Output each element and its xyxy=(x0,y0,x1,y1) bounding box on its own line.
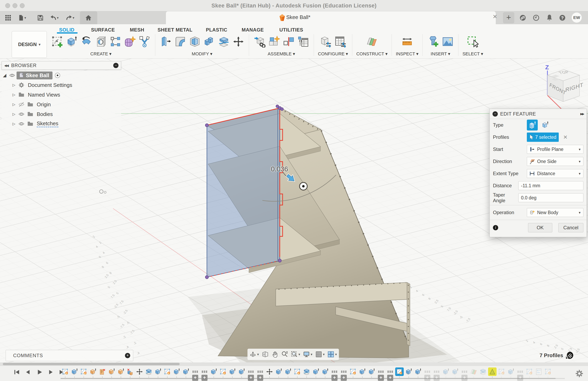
timeline-feature-extrude-11[interactable] xyxy=(154,367,162,381)
orbit-icon[interactable]: ▾ xyxy=(250,351,259,358)
start-select[interactable]: Profile Plane▼ xyxy=(527,145,583,154)
redo-icon[interactable]: ▾ xyxy=(65,13,75,23)
timeline-feature-canvas-tri-47[interactable] xyxy=(488,367,497,381)
fastener-icon[interactable] xyxy=(427,35,440,48)
browser-item-origin[interactable]: ▷Origin xyxy=(2,100,121,109)
timeline-feature-extrude-14[interactable] xyxy=(182,367,190,381)
activate-component-radio[interactable] xyxy=(55,73,60,78)
press-pull-icon[interactable] xyxy=(159,35,172,48)
look-at-icon[interactable] xyxy=(262,351,269,358)
ok-button[interactable]: OK xyxy=(528,223,552,232)
group-expand-badge[interactable]: + xyxy=(332,375,337,381)
add-comment-icon[interactable]: + xyxy=(125,353,130,358)
group-expand-badge[interactable]: + xyxy=(257,375,263,381)
group-expand-badge[interactable]: + xyxy=(517,375,523,381)
insert-link-icon[interactable] xyxy=(253,35,266,48)
display-settings-icon[interactable]: ▾ xyxy=(303,351,313,358)
group-expand-badge[interactable]: + xyxy=(248,375,254,381)
ribbon-tab-surface[interactable]: SURFACE xyxy=(91,27,115,33)
pan-icon[interactable] xyxy=(272,351,278,358)
timeline-feature-extrude-42[interactable] xyxy=(442,367,450,381)
collapse-panel-icon[interactable]: ◀◀ xyxy=(4,64,8,67)
visibility-eye-icon[interactable] xyxy=(17,101,26,108)
timeline-feature-sketch-26[interactable] xyxy=(293,367,302,381)
fillet-icon[interactable] xyxy=(174,35,187,48)
group-expand-badge[interactable]: + xyxy=(434,375,440,381)
expand-triangle-icon[interactable]: ◢ xyxy=(2,73,8,78)
ribbon-tab-utilities[interactable]: UTILITIES xyxy=(279,27,303,33)
timeline-feature-extrude-2[interactable] xyxy=(70,367,79,381)
browser-item-bodies[interactable]: ▷Bodies xyxy=(2,109,121,119)
timeline-feature-extrude-43[interactable] xyxy=(451,367,460,381)
timeline-feature-extrude-28[interactable] xyxy=(312,367,320,381)
zoom-window-icon[interactable]: ▾ xyxy=(291,351,300,358)
taper-angle-input[interactable] xyxy=(518,193,583,202)
extensions-icon[interactable] xyxy=(518,13,527,22)
feedback-icon[interactable] xyxy=(565,351,574,360)
hole-icon[interactable] xyxy=(94,35,107,48)
rotate-handle[interactable] xyxy=(299,182,307,190)
split-body-icon[interactable] xyxy=(217,35,230,48)
timeline-feature-extrude-20[interactable] xyxy=(237,367,246,381)
design-workspace-menu[interactable]: DESIGN▾ xyxy=(12,31,47,58)
selected-profile-face[interactable] xyxy=(207,108,280,277)
help-icon[interactable]: ? xyxy=(558,13,567,22)
group-expand-badge[interactable]: + xyxy=(424,375,430,381)
app-grid-icon[interactable] xyxy=(3,13,13,23)
timeline-feature-extrude-33[interactable] xyxy=(358,367,367,381)
canvas-image-icon[interactable] xyxy=(441,35,454,48)
timeline-feature-move-23[interactable] xyxy=(265,367,274,381)
zoom-icon[interactable] xyxy=(281,351,288,358)
ribbon-tab-manage[interactable]: MANAGE xyxy=(242,27,264,33)
notifications-icon[interactable] xyxy=(545,13,554,22)
timeline-feature-group-35[interactable]: + xyxy=(377,367,385,381)
new-tab-icon[interactable]: + xyxy=(503,12,514,23)
timeline-feature-extrude-o-7[interactable] xyxy=(117,367,125,381)
ribbon-tab-solid[interactable]: SOLID xyxy=(59,27,74,33)
browser-root-row[interactable]: ◢ Skee Ball xyxy=(2,70,121,80)
timeline-feature-extrude-29[interactable] xyxy=(321,367,329,381)
info-icon[interactable]: i xyxy=(493,225,498,230)
timeline-step-forward-icon[interactable] xyxy=(47,369,54,376)
group-expand-badge[interactable]: + xyxy=(201,375,208,381)
ribbon-group-label-inspect[interactable]: INSPECT ▾ xyxy=(396,51,419,57)
timeline-feature-sketch-12[interactable] xyxy=(163,367,171,381)
ribbon-group-label-modify[interactable]: MODIFY ▾ xyxy=(192,51,212,57)
home-view-icon[interactable] xyxy=(84,13,93,23)
timeline-feature-extrude-24[interactable] xyxy=(274,367,283,381)
timeline-feature-split-10[interactable] xyxy=(145,367,153,381)
timeline-feature-sketch-1[interactable] xyxy=(61,367,69,381)
ribbon-group-label-insert[interactable]: INSERT ▾ xyxy=(431,51,450,57)
timeline-feature-group-16[interactable]: + xyxy=(200,367,209,381)
group-expand-badge[interactable]: + xyxy=(341,375,347,381)
timeline-feature-sketch-18[interactable] xyxy=(219,367,227,381)
avatar[interactable]: EW xyxy=(572,13,582,23)
visibility-eye-icon[interactable] xyxy=(17,120,26,127)
group-expand-badge[interactable]: + xyxy=(378,375,384,381)
type-thin-button[interactable] xyxy=(540,120,551,131)
pipe-icon[interactable] xyxy=(138,35,151,48)
timeline-feature-sketch-53[interactable] xyxy=(544,367,552,381)
pattern-icon[interactable] xyxy=(109,35,122,48)
timeline-feature-extrude-39[interactable] xyxy=(414,367,422,381)
ribbon-group-label-assemble[interactable]: ASSEMBLE ▾ xyxy=(268,51,295,57)
cancel-button[interactable]: Cancel xyxy=(558,223,583,232)
collapsed-triangle-icon[interactable]: ▷ xyxy=(11,102,17,107)
timeline-feature-group-40[interactable]: + xyxy=(423,367,432,381)
direction-select[interactable]: One Side▼ xyxy=(527,157,583,166)
timeline-feature-group-15[interactable]: + xyxy=(191,367,199,381)
select-box-icon[interactable] xyxy=(466,35,479,48)
timeline-feature-group-36[interactable]: + xyxy=(386,367,394,381)
timeline-feature-split-27[interactable] xyxy=(302,367,311,381)
operation-select[interactable]: New Body▼ xyxy=(527,208,583,217)
bom-icon[interactable] xyxy=(297,35,310,48)
form-icon[interactable] xyxy=(124,35,136,48)
viewports-icon[interactable]: ▾ xyxy=(327,351,337,358)
timeline-feature-extrude-49[interactable] xyxy=(507,367,515,381)
new-component-icon[interactable] xyxy=(268,35,281,48)
timeline-settings-gear-icon[interactable] xyxy=(575,369,584,378)
timeline-play-icon[interactable] xyxy=(36,369,43,376)
horizontal-scrollbar[interactable] xyxy=(0,362,588,366)
dialog-minimize-icon[interactable]: − xyxy=(493,111,498,116)
timeline-feature-sketch-51[interactable] xyxy=(525,367,534,381)
